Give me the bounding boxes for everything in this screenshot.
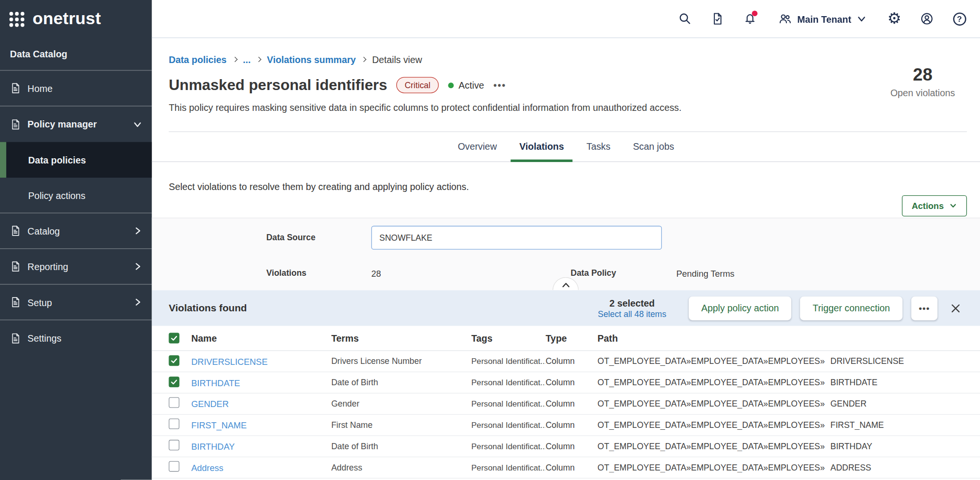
trigger-connection-button[interactable]: Trigger connection <box>800 296 902 320</box>
status-dot-icon <box>448 82 454 88</box>
table-row: GENDER Gender Personal Identificat... Co… <box>152 393 980 415</box>
tenant-label: Main Tenant <box>797 13 851 24</box>
document-icon <box>10 297 21 308</box>
violation-term: Drivers License Number <box>331 356 472 366</box>
tab-tasks[interactable]: Tasks <box>578 132 619 162</box>
page-description: This policy requires masking sensitive d… <box>169 102 681 112</box>
document-icon <box>10 118 21 130</box>
sidebar-item-policy-manager[interactable]: Policy manager <box>0 106 152 142</box>
breadcrumb-current: Details view <box>372 54 422 65</box>
page-header: Unmasked personal identifiers Critical A… <box>169 72 506 98</box>
row-checkbox[interactable] <box>169 418 179 429</box>
topbar: Main Tenant ⚙ ? <box>152 0 980 38</box>
collapse-panel-button[interactable] <box>552 277 579 290</box>
filter-panel: Data Source Violations 28 Data Policy Pe… <box>152 217 980 290</box>
tab-bar: Overview Violations Tasks Scan jobs <box>152 132 980 162</box>
tab-violations[interactable]: Violations <box>510 132 572 162</box>
row-checkbox[interactable] <box>169 440 179 450</box>
violation-type: Column <box>545 378 597 387</box>
page-title: Unmasked personal identifiers <box>169 76 387 94</box>
sidebar-item-label: Policy actions <box>28 190 85 200</box>
breadcrumb-link[interactable]: Violations summary <box>267 54 356 65</box>
sidebar-item-setup[interactable]: Setup <box>0 285 152 320</box>
sidebar-item-reporting[interactable]: Reporting <box>0 249 152 284</box>
data-source-input[interactable] <box>371 226 662 250</box>
sidebar-item-label: Catalog <box>27 226 60 236</box>
main-content: Data policies ... Violations summary Det… <box>152 38 980 480</box>
sidebar-item-data-policies[interactable]: Data policies <box>0 142 152 178</box>
select-all-link[interactable]: Select all 48 items <box>598 309 667 319</box>
table-row: BIRTHDAY Date of Birth Personal Identifi… <box>152 436 980 457</box>
chevron-right-icon <box>133 262 142 271</box>
chevron-down-icon <box>857 14 866 24</box>
toolbar-more-button[interactable]: ••• <box>911 296 937 320</box>
account-icon[interactable] <box>920 12 934 26</box>
document-icon <box>10 82 21 94</box>
logo-text: onetrust <box>33 9 101 29</box>
breadcrumb-link[interactable]: ... <box>243 54 251 65</box>
select-all-checkbox[interactable] <box>169 333 179 343</box>
violations-table-body: DRIVERSLICENSE Drivers License Number Pe… <box>152 351 980 479</box>
actions-button-label: Actions <box>912 201 944 211</box>
violation-name-link[interactable]: GENDER <box>191 399 229 409</box>
sidebar-item-label: Data policies <box>28 154 86 165</box>
violations-table: Name Terms Tags Type Path DRIVERSLICENSE… <box>152 326 980 480</box>
selection-summary: 2 selected Select all 48 items <box>598 298 667 319</box>
status-badge: Active <box>448 80 484 90</box>
violation-name-link[interactable]: FIRST_NAME <box>191 420 247 430</box>
notifications-bell-icon[interactable] <box>743 12 757 26</box>
violation-type: Column <box>545 399 597 408</box>
violation-path: OT_EMPLOYEE_DATA»EMPLOYEE_DATA»EMPLOYEES… <box>597 378 968 387</box>
column-header-name: Name <box>191 333 331 343</box>
column-header-path: Path <box>597 333 968 343</box>
row-checkbox[interactable] <box>169 397 179 408</box>
violation-path: OT_EMPLOYEE_DATA»EMPLOYEE_DATA»EMPLOYEES… <box>597 356 968 366</box>
tenant-users-icon <box>778 12 792 26</box>
breadcrumb-separator-icon <box>361 57 366 62</box>
chevron-up-icon <box>561 281 570 289</box>
search-icon[interactable] <box>678 12 692 26</box>
close-toolbar-button[interactable] <box>949 301 962 315</box>
violation-term: First Name <box>331 420 472 430</box>
tab-scan-jobs[interactable]: Scan jobs <box>624 132 683 162</box>
violation-tags: Personal Identificat... <box>471 378 545 387</box>
tenant-selector[interactable]: Main Tenant <box>778 12 866 26</box>
violation-type: Column <box>545 442 597 451</box>
app-launcher-grid-icon <box>9 11 25 27</box>
sidebar-item-settings[interactable]: Settings <box>0 320 152 356</box>
chevron-down-icon <box>949 202 957 209</box>
violation-name-link[interactable]: BIRTHDATE <box>191 378 240 388</box>
instruction-text: Select violations to resolve them by cre… <box>169 181 469 192</box>
close-icon <box>950 302 962 314</box>
sidebar-item-policy-actions[interactable]: Policy actions <box>0 178 152 213</box>
column-header-type: Type <box>545 333 597 343</box>
more-menu-button[interactable]: ••• <box>493 80 506 90</box>
violation-tags: Personal Identificat... <box>471 463 545 472</box>
apply-policy-action-button[interactable]: Apply policy action <box>689 296 792 320</box>
stat-label: Open violations <box>891 88 955 98</box>
actions-button[interactable]: Actions <box>902 195 967 217</box>
row-checkbox[interactable] <box>169 461 179 471</box>
violation-path: OT_EMPLOYEE_DATA»EMPLOYEE_DATA»EMPLOYEES… <box>597 399 968 408</box>
row-checkbox[interactable] <box>169 355 179 366</box>
violation-name-link[interactable]: BIRTHDAY <box>191 441 235 451</box>
logo[interactable]: onetrust <box>0 0 152 38</box>
help-icon[interactable]: ? <box>953 12 966 26</box>
tab-overview[interactable]: Overview <box>449 132 505 162</box>
document-check-icon[interactable] <box>710 12 724 26</box>
product-name: Data Catalog <box>0 38 152 71</box>
violation-tags: Personal Identificat... <box>471 442 545 451</box>
table-row: Address Address Personal Identificat... … <box>152 457 980 479</box>
breadcrumb-link[interactable]: Data policies <box>169 54 226 65</box>
violations-value: 28 <box>371 268 381 278</box>
data-policy-label: Data Policy <box>570 268 616 278</box>
violation-name-link[interactable]: DRIVERSLICENSE <box>191 356 267 366</box>
violation-name-link[interactable]: Address <box>191 462 223 472</box>
settings-gear-icon[interactable]: ⚙ <box>888 12 901 26</box>
sidebar-item-home[interactable]: Home <box>0 71 152 106</box>
sidebar-item-catalog[interactable]: Catalog <box>0 213 152 249</box>
row-checkbox[interactable] <box>169 377 179 387</box>
stat-count: 28 <box>891 66 955 85</box>
violations-label: Violations <box>266 268 306 278</box>
violation-tags: Personal Identificat... <box>471 420 545 430</box>
